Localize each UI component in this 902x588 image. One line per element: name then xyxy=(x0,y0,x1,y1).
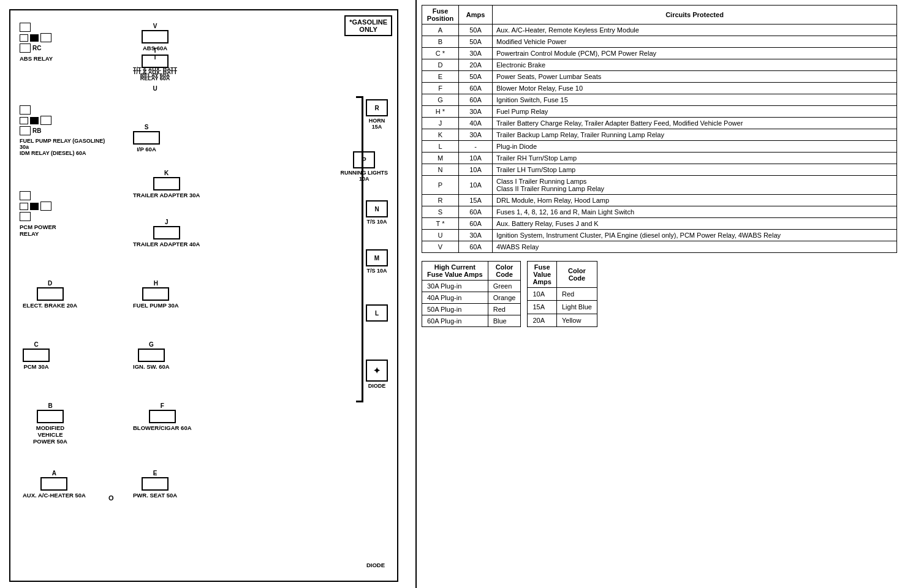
fuse-circuits: Fuel Pump Relay xyxy=(493,106,897,118)
fuse-position: S xyxy=(422,206,459,218)
fuse-position: D xyxy=(422,59,459,71)
fuse-position: V xyxy=(422,241,459,253)
fuse-position: K xyxy=(422,129,459,141)
fv-color: Red xyxy=(556,288,597,301)
fuse-amps: 60A xyxy=(459,206,493,218)
ign-sw-60a: G IGN. SW. 60A xyxy=(133,341,170,370)
bottom-tables-section: High CurrentFuse Value Amps ColorCode 30… xyxy=(422,261,897,327)
table-row: L-Plug-in Diode xyxy=(422,141,897,153)
hc-color: Orange xyxy=(488,292,521,304)
fuse-amps: 15A xyxy=(459,195,493,206)
header-circuits: Circuits Protected xyxy=(493,6,897,24)
table-row: N10ATrailer LH Turn/Stop Lamp xyxy=(422,164,897,176)
fuse-amps: 60A xyxy=(459,218,493,230)
fuse-position: R xyxy=(422,195,459,206)
table-row: D20AElectronic Brake xyxy=(422,59,897,71)
table-row: T *60AAux. Battery Relay, Fuses J and K xyxy=(422,218,897,230)
hc-amps: 60A Plug-in xyxy=(422,315,488,327)
list-item: 50A Plug-inRed xyxy=(422,304,521,315)
table-row: K30ATrailer Backup Lamp Relay, Trailer R… xyxy=(422,129,897,141)
fuse-amps: 50A xyxy=(459,36,493,48)
list-item: 40A Plug-inOrange xyxy=(422,292,521,304)
fuse-amps: 50A xyxy=(459,24,493,36)
fuse-circuits: Trailer LH Turn/Stop Lamp xyxy=(493,164,897,176)
table-row: C *30APowertrain Control Module (PCM), P… xyxy=(422,48,897,59)
fuse-position: A xyxy=(422,24,459,36)
horn-15a: R HORN 15A xyxy=(366,99,388,130)
modified-vehicle-power: B MODIFIED VEHICLEPOWER 50A xyxy=(23,402,78,445)
fv-color: Yellow xyxy=(556,314,597,326)
list-item: 30A Plug-inGreen xyxy=(422,281,521,292)
list-item: 20AYellow xyxy=(528,314,597,326)
hc-amps: 50A Plug-in xyxy=(422,304,488,315)
fuse-amps: 60A xyxy=(459,241,493,253)
fuse-position: N xyxy=(422,164,459,176)
high-current-table: High CurrentFuse Value Amps ColorCode 30… xyxy=(422,261,521,327)
fuse-value-table: FuseValueAmps ColorCode 10ARed15ALight B… xyxy=(527,261,597,327)
trailer-adapter-30a: K TRAILER ADAPTER 30A xyxy=(133,170,200,198)
fuel-pump-relay-group: RB FUEL PUMP RELAY (GASOLINE) 30aIDM REL… xyxy=(20,105,105,156)
hc-amps: 30A Plug-in xyxy=(422,281,488,292)
table-row: J40ATrailer Battery Charge Relay, Traile… xyxy=(422,118,897,129)
fuse-amps: - xyxy=(459,141,493,153)
rb-label: RB xyxy=(32,127,41,134)
fuse-amps: 20A xyxy=(459,59,493,71)
fuse-circuits: Modified Vehicle Power xyxy=(493,36,897,48)
fuse-circuits: Aux. Battery Relay, Fuses J and K xyxy=(493,218,897,230)
ip-60a: S I/P 60A xyxy=(133,124,160,153)
fuse-position: F xyxy=(422,83,459,94)
fuse-circuits: Trailer Backup Lamp Relay, Trailer Runni… xyxy=(493,129,897,141)
fuse-position: J xyxy=(422,118,459,129)
rc-label: RC xyxy=(32,45,41,51)
hc-header: High CurrentFuse Value Amps xyxy=(422,262,488,281)
ts-block-m: L xyxy=(366,304,388,322)
fuse-amps: 10A xyxy=(459,176,493,195)
fuse-amps: 50A xyxy=(459,71,493,83)
table-row: F60ABlower Motor Relay, Fuse 10 xyxy=(422,83,897,94)
fuse-amps: 40A xyxy=(459,118,493,129)
fuse-position: P xyxy=(422,176,459,195)
tt-aux-batt: T T/T & AUX. BATTRELAY 60A U xyxy=(133,47,177,92)
fuel-pump-relay-label: FUEL PUMP RELAY (GASOLINE) 30aIDM RELAY … xyxy=(20,138,105,156)
fuse-circuits: Electronic Brake xyxy=(493,59,897,71)
fuse-amps: 30A xyxy=(459,230,493,241)
fuse-amps: 10A xyxy=(459,164,493,176)
table-row: U30AIgnition System, Instrument Cluster,… xyxy=(422,230,897,241)
fuse-position: T * xyxy=(422,218,459,230)
table-section: FusePosition Amps Circuits Protected A50… xyxy=(417,0,902,588)
table-row: G60AIgnition Switch, Fuse 15 xyxy=(422,94,897,106)
table-row: P10AClass I Trailer Running LampsClass I… xyxy=(422,176,897,195)
fuse-circuits: Plug-in Diode xyxy=(493,141,897,153)
pcm-power-relay-group: PCM POWERRELAY xyxy=(20,191,56,237)
aux-ac-heater: A AUX. A/C-HEATER 50A xyxy=(23,470,86,499)
table-row: A50AAux. A/C-Heater, Remote Keyless Entr… xyxy=(422,24,897,36)
fuse-circuits: Fuses 1, 4, 8, 12, 16 and R, Main Light … xyxy=(493,206,897,218)
table-row: S60AFuses 1, 4, 8, 12, 16 and R, Main Li… xyxy=(422,206,897,218)
fuse-position: L xyxy=(422,141,459,153)
fuse-circuits: Aux. A/C-Heater, Remote Keyless Entry Mo… xyxy=(493,24,897,36)
table-row: V60A4WABS Relay xyxy=(422,241,897,253)
fuse-amps: 60A xyxy=(459,94,493,106)
fuse-position: E xyxy=(422,71,459,83)
fuse-circuits: Ignition System, Instrument Cluster, PIA… xyxy=(493,230,897,241)
diode-label-bottom: DIODE xyxy=(366,562,385,568)
trailer-adapter-40a: J TRAILER ADAPTER 40A xyxy=(133,219,200,247)
hc-color: Red xyxy=(488,304,521,315)
fuse-table: FusePosition Amps Circuits Protected A50… xyxy=(422,5,897,253)
hc-amps: 40A Plug-in xyxy=(422,292,488,304)
fuse-circuits: Powertrain Control Module (PCM), PCM Pow… xyxy=(493,48,897,59)
fv-amps: 15A xyxy=(528,301,557,314)
fuse-circuits: Power Seats, Power Lumbar Seats xyxy=(493,71,897,83)
fuse-amps: 30A xyxy=(459,106,493,118)
fuse-amps: 30A xyxy=(459,129,493,141)
ts-10a-2: M T/S 10A xyxy=(366,249,388,274)
ts-10a-1: N T/S 10A xyxy=(366,200,388,225)
table-row: H *30AFuel Pump Relay xyxy=(422,106,897,118)
fuse-amps: 30A xyxy=(459,48,493,59)
fv-amps: 20A xyxy=(528,314,557,326)
list-item: 15ALight Blue xyxy=(528,301,597,314)
hc-color: Green xyxy=(488,281,521,292)
fuse-position: U xyxy=(422,230,459,241)
fuse-amps: 10A xyxy=(459,153,493,164)
fuse-circuits: Trailer RH Turn/Stop Lamp xyxy=(493,153,897,164)
